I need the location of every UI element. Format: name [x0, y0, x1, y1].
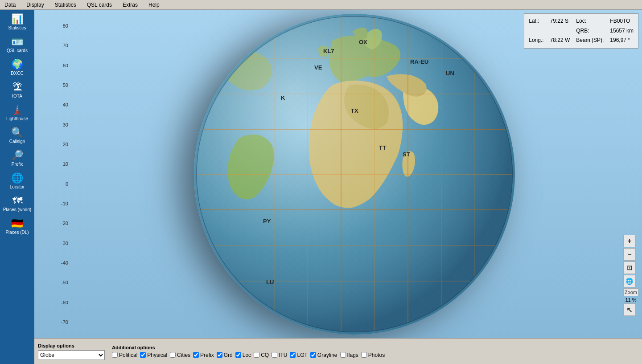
sidebar-item-prefix[interactable]: 🔎 Prefix — [1, 148, 33, 170]
flags-checkbox-label[interactable]: flags — [340, 352, 358, 358]
zoom-cursor-button[interactable]: ↖ — [623, 303, 636, 316]
lgt-checkbox-label[interactable]: LGT — [290, 352, 307, 358]
zoom-in-button[interactable]: + — [623, 235, 636, 247]
lgt-checkbox[interactable] — [290, 352, 296, 358]
loc-value: FB00TO — [610, 16, 634, 26]
display-options-title: Display options — [38, 343, 105, 348]
menu-statistics[interactable]: Statistics — [52, 1, 79, 9]
long-value: 78:22 W — [550, 36, 570, 45]
menubar: Data Display Statistics QSL cards Extras… — [0, 0, 642, 10]
grayline-checkbox[interactable] — [310, 352, 316, 358]
places-dl-icon: 🇩🇪 — [11, 219, 23, 229]
itu-label: ITU — [279, 352, 287, 358]
zoom-out-button[interactable]: − — [623, 248, 636, 261]
political-checkbox-label[interactable]: Political — [112, 352, 137, 358]
additional-options-title: Additional options — [112, 345, 638, 350]
lat-label-n50: -50 — [34, 280, 70, 285]
sidebar-item-places-world[interactable]: 🗺 Places (world) — [1, 193, 33, 215]
dxcc-icon: 🌍 — [11, 60, 23, 70]
lat-label-0: 0 — [34, 181, 70, 187]
prefix-label: Prefix — [200, 352, 214, 358]
bottom-bar: Display options Globe Azimuthal Mercator… — [34, 338, 642, 364]
sidebar-item-callsign[interactable]: 🔍 Callsign — [1, 125, 33, 147]
sidebar-item-dxcc[interactable]: 🌍 DXCC — [1, 57, 33, 79]
photos-checkbox[interactable] — [361, 352, 367, 358]
globe-container: OX KL7 VE RA-EU UN K TX TT ST PY LU — [194, 14, 515, 335]
grayline-label: Grayline — [317, 352, 337, 358]
sidebar-label-qsl-cards: QSL cards — [7, 48, 28, 53]
itu-checkbox-label[interactable]: ITU — [272, 352, 287, 358]
prefix-checkbox-label[interactable]: Prefix — [193, 352, 214, 358]
sidebar-label-dxcc: DXCC — [11, 71, 23, 76]
lat-label-n70: -70 — [34, 319, 70, 325]
loc-checkbox-label[interactable]: Loc — [235, 352, 251, 358]
locator-icon: 🌐 — [11, 173, 23, 183]
additional-options-section: Additional options Political Physical Ci… — [112, 345, 638, 358]
beam-value: 196,97 ° — [610, 36, 634, 45]
sidebar-label-lighthouse: Lighthouse — [6, 116, 28, 122]
cq-checkbox[interactable] — [254, 352, 259, 358]
zoom-controls: + − ⊡ 🌐 Zoom 11 % ↖ — [623, 235, 638, 316]
sidebar-item-iota[interactable]: 🏝 IOTA — [1, 80, 33, 102]
beam-label: Beam (SP): — [576, 36, 604, 45]
sidebar-label-places-world: Places (world) — [3, 207, 31, 213]
photos-checkbox-label[interactable]: Photos — [361, 352, 385, 358]
sidebar-item-statistics[interactable]: 📊 Statistics — [1, 12, 33, 33]
sidebar-item-locator[interactable]: 🌐 Locator — [1, 171, 33, 192]
political-checkbox[interactable] — [112, 352, 118, 358]
cq-checkbox-label[interactable]: CQ — [254, 352, 269, 358]
cq-label: CQ — [261, 352, 269, 358]
sidebar-label-callsign: Callsign — [9, 139, 25, 144]
sidebar-item-qsl-cards[interactable]: 🪪 QSL cards — [1, 34, 33, 56]
lat-label-40: 40 — [34, 102, 70, 107]
lat-label-n40: -40 — [34, 260, 70, 266]
loc-label: Loc: — [576, 16, 604, 26]
lat-label-n60: -60 — [34, 300, 70, 305]
menu-extras[interactable]: Extras — [120, 1, 140, 9]
sidebar-label-locator: Locator — [10, 184, 25, 190]
flags-label: flags — [347, 352, 358, 358]
lat-label-80: 80 — [34, 23, 70, 29]
physical-checkbox[interactable] — [140, 352, 146, 358]
menu-qsl-cards[interactable]: QSL cards — [84, 1, 115, 9]
globe[interactable]: OX KL7 VE RA-EU UN K TX TT ST PY LU — [194, 14, 515, 335]
sidebar-label-iota: IOTA — [12, 94, 22, 99]
zoom-label: Zoom — [623, 288, 638, 296]
map-area[interactable]: 80 70 60 50 40 30 20 10 0 -10 -20 -30 -4… — [34, 10, 642, 338]
long-label: Long.: — [529, 36, 543, 45]
map-type-select[interactable]: Globe Azimuthal Mercator Political Satel… — [38, 350, 105, 360]
menu-data[interactable]: Data — [2, 1, 18, 9]
physical-checkbox-label[interactable]: Physical — [140, 352, 167, 358]
lat-label-n10: -10 — [34, 201, 70, 206]
loc-label: Loc — [243, 352, 251, 358]
lat-value: 79:22 S — [550, 16, 570, 26]
menu-help[interactable]: Help — [146, 1, 162, 9]
grd-label: Grd — [224, 352, 233, 358]
iota-icon: 🏝 — [12, 82, 22, 92]
lat-label-70: 70 — [34, 43, 70, 48]
sidebar-item-places-dl[interactable]: 🇩🇪 Places (DL) — [1, 216, 33, 238]
callsign-icon: 🔍 — [11, 128, 23, 138]
lat-label-n20: -20 — [34, 221, 70, 226]
physical-label: Physical — [147, 352, 167, 358]
lat-label-60: 60 — [34, 63, 70, 68]
checkboxes-row: Political Physical Cities Prefix — [112, 352, 638, 358]
sidebar-item-lighthouse[interactable]: 🗼 Lighthouse — [1, 102, 33, 124]
cities-checkbox[interactable] — [170, 352, 176, 358]
grd-checkbox[interactable] — [217, 352, 222, 358]
qrb-label: QRB: — [576, 26, 604, 36]
content-area: 80 70 60 50 40 30 20 10 0 -10 -20 -30 -4… — [34, 10, 642, 364]
grd-checkbox-label[interactable]: Grd — [217, 352, 233, 358]
cities-checkbox-label[interactable]: Cities — [170, 352, 190, 358]
qrb-value: 15657 km — [610, 26, 634, 36]
lat-label: Lat.: — [529, 16, 543, 26]
sidebar-label-prefix: Prefix — [12, 162, 23, 167]
prefix-checkbox[interactable] — [193, 352, 199, 358]
menu-display[interactable]: Display — [24, 1, 46, 9]
itu-checkbox[interactable] — [272, 352, 277, 358]
zoom-fit-button[interactable]: ⊡ — [623, 262, 636, 274]
grayline-checkbox-label[interactable]: Grayline — [310, 352, 337, 358]
flags-checkbox[interactable] — [340, 352, 346, 358]
loc-checkbox[interactable] — [235, 352, 241, 358]
zoom-globe-button[interactable]: 🌐 — [623, 275, 636, 287]
